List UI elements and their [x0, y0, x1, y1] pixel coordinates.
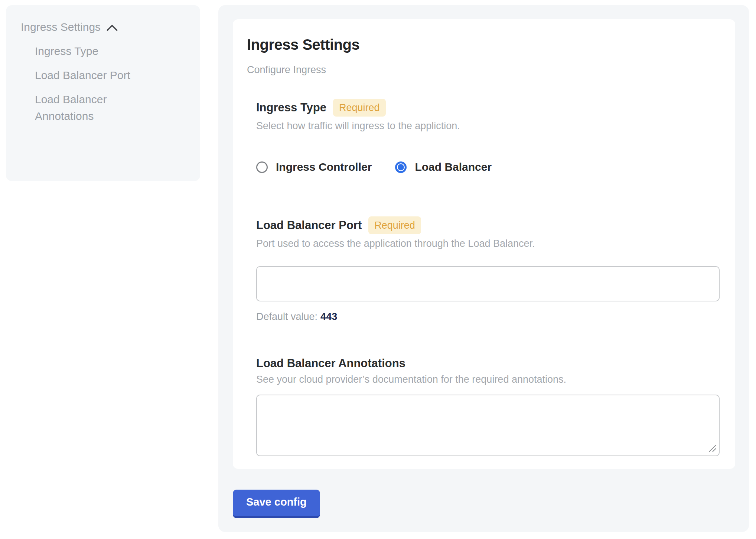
main-panel: Ingress Settings Configure Ingress Ingre…	[218, 5, 749, 532]
sidebar-section-label: Ingress Settings	[21, 19, 101, 35]
chevron-up-icon[interactable]	[107, 24, 118, 31]
ingress-type-radio-group: Ingress Controller Load Balancer	[256, 161, 723, 173]
sidebar-item-list: Ingress Type Load Balancer Port Load Bal…	[21, 43, 185, 124]
load-balancer-port-input[interactable]	[256, 266, 720, 301]
radio-option-ingress-controller[interactable]: Ingress Controller	[256, 161, 372, 173]
settings-sidebar: Ingress Settings Ingress Type Load Balan…	[6, 5, 200, 181]
default-value: 443	[320, 311, 337, 322]
radio-option-load-balancer[interactable]: Load Balancer	[395, 161, 492, 173]
radio-label-ingress-controller: Ingress Controller	[276, 161, 372, 173]
save-config-button[interactable]: Save config	[233, 490, 320, 518]
sidebar-item-ingress-type[interactable]: Ingress Type	[35, 43, 157, 59]
load-balancer-port-label: Load Balancer Port	[256, 219, 362, 232]
required-badge: Required	[368, 216, 421, 234]
load-balancer-annotations-description: See your cloud provider’s documentation …	[256, 374, 723, 385]
section-load-balancer-annotations: Load Balancer Annotations See your cloud…	[256, 357, 723, 456]
load-balancer-annotations-textarea[interactable]	[256, 395, 720, 456]
sidebar-item-load-balancer-port[interactable]: Load Balancer Port	[35, 67, 157, 84]
sidebar-item-load-balancer-annotations[interactable]: Load Balancer Annotations	[35, 91, 157, 124]
default-value-label: Default value:	[256, 311, 317, 322]
ingress-type-label: Ingress Type	[256, 101, 326, 114]
page-subtitle: Configure Ingress	[247, 64, 723, 76]
ingress-type-description: Select how traffic will ingress to the a…	[256, 120, 723, 132]
radio-button-ingress-controller[interactable]	[256, 161, 268, 173]
load-balancer-annotations-label: Load Balancer Annotations	[256, 357, 405, 370]
resize-handle-icon[interactable]	[708, 444, 717, 453]
ingress-settings-card: Ingress Settings Configure Ingress Ingre…	[233, 19, 735, 469]
radio-label-load-balancer: Load Balancer	[415, 161, 492, 173]
radio-button-load-balancer[interactable]	[395, 161, 407, 173]
load-balancer-port-description: Port used to access the application thro…	[256, 238, 723, 249]
default-value-line: Default value:443	[256, 311, 723, 323]
section-load-balancer-port: Load Balancer Port Required Port used to…	[256, 216, 723, 323]
sidebar-section-toggle[interactable]: Ingress Settings	[21, 19, 185, 35]
page-title: Ingress Settings	[247, 36, 723, 53]
section-ingress-type: Ingress Type Required Select how traffic…	[256, 99, 723, 173]
required-badge: Required	[333, 99, 386, 117]
